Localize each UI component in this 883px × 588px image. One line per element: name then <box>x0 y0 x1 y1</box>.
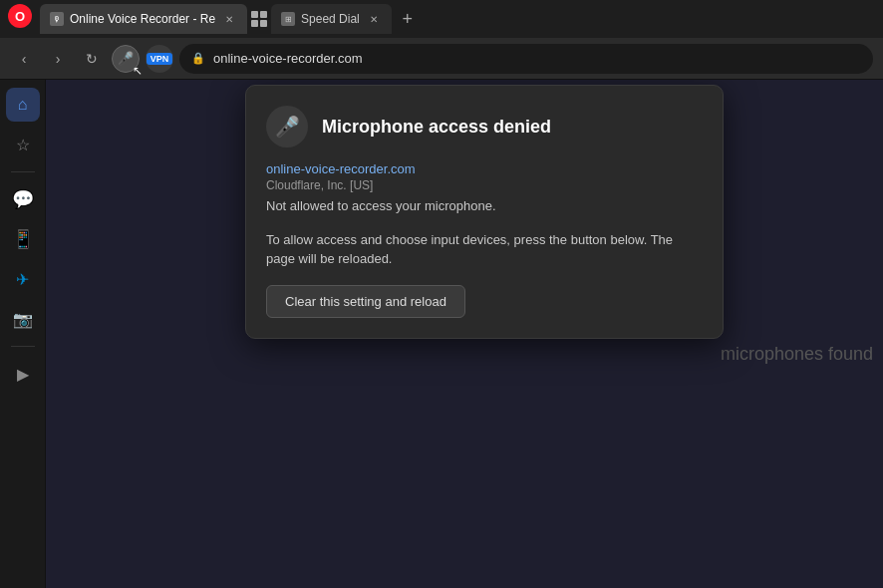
page-bg-text: microphones found <box>721 304 883 365</box>
home-icon: ⌂ <box>18 96 28 114</box>
sidebar-divider-1 <box>11 171 35 172</box>
sidebar-item-whatsapp[interactable]: 📱 <box>6 222 40 256</box>
instagram-icon: 📷 <box>13 310 33 329</box>
vpn-button[interactable]: VPN <box>146 45 173 73</box>
sidebar-item-bookmarks[interactable]: ☆ <box>6 128 40 161</box>
vpn-badge: VPN <box>147 53 173 65</box>
permissions-icon-symbol: 🎤 <box>118 51 134 66</box>
sidebar-item-messenger[interactable]: 💬 <box>6 182 40 216</box>
sidebar-item-home[interactable]: ⌂ <box>6 88 40 122</box>
permission-popup: 🎤 Microphone access denied online-voice-… <box>245 85 724 339</box>
forward-button[interactable]: › <box>44 45 72 73</box>
address-text: online-voice-recorder.com <box>213 51 363 66</box>
tab-bar: 🎙 Online Voice Recorder - Re ✕ ⊞ Speed D… <box>0 0 883 38</box>
sidebar-item-telegram[interactable]: ✈ <box>6 262 40 296</box>
microphone-icon: 🎤 <box>275 115 300 139</box>
permissions-icon[interactable]: 🎤 ↖ <box>112 45 140 73</box>
cursor-indicator: ↖ <box>133 64 143 78</box>
address-bar[interactable]: 🔒 online-voice-recorder.com <box>179 44 873 74</box>
popup-header: 🎤 Microphone access denied <box>266 106 703 147</box>
reload-button[interactable]: ↻ <box>78 45 106 73</box>
lock-icon: 🔒 <box>191 52 205 65</box>
tab-close-2[interactable]: ✕ <box>366 11 382 27</box>
nav-bar: ‹ › ↻ 🎤 ↖ VPN 🔒 online-voice-recorder.co… <box>0 38 883 80</box>
sidebar: ⌂ ☆ 💬 📱 ✈ 📷 ▶ <box>0 80 46 588</box>
tab-favicon-2: ⊞ <box>281 12 295 26</box>
tab-speed-dial[interactable]: ⊞ Speed Dial ✕ <box>271 4 392 34</box>
messenger-icon: 💬 <box>12 188 34 210</box>
clear-setting-button[interactable]: Clear this setting and reload <box>266 285 465 318</box>
new-tab-button[interactable]: + <box>396 7 420 31</box>
popup-denied-text: Not allowed to access your microphone. <box>266 196 703 216</box>
browser-frame: O 🎙 Online Voice Recorder - Re ✕ ⊞ Speed… <box>0 0 883 588</box>
tab-title-1: Online Voice Recorder - Re <box>70 12 215 26</box>
tab-grid-icon[interactable] <box>251 11 267 27</box>
popup-title-text: Microphone access denied <box>322 117 551 137</box>
mic-icon-circle: 🎤 <box>266 106 308 147</box>
player-icon: ▶ <box>17 365 29 384</box>
sidebar-item-instagram[interactable]: 📷 <box>6 302 40 336</box>
tab-online-recorder[interactable]: 🎙 Online Voice Recorder - Re ✕ <box>40 4 247 34</box>
popup-action-text: To allow access and choose input devices… <box>266 230 703 269</box>
popup-title: Microphone access denied <box>322 117 551 138</box>
tab-close-1[interactable]: ✕ <box>221 11 237 27</box>
opera-logo[interactable]: O <box>8 4 32 28</box>
main-area: ⌂ ☆ 💬 📱 ✈ 📷 ▶ <box>0 80 883 588</box>
opera-logo-text: O <box>15 9 25 24</box>
tab-title-2: Speed Dial <box>301 12 360 26</box>
popup-url: online-voice-recorder.com <box>266 161 703 176</box>
back-button[interactable]: ‹ <box>10 45 38 73</box>
whatsapp-icon: 📱 <box>12 228 34 250</box>
bookmarks-icon: ☆ <box>16 136 30 154</box>
popup-sub: Cloudflare, Inc. [US] <box>266 178 703 192</box>
telegram-icon: ✈ <box>16 270 29 289</box>
sidebar-divider-2 <box>11 346 35 347</box>
sidebar-item-player[interactable]: ▶ <box>6 357 40 391</box>
tab-favicon-1: 🎙 <box>50 12 64 26</box>
content-area: microphones found 🎤 Microphone access de… <box>46 80 883 588</box>
